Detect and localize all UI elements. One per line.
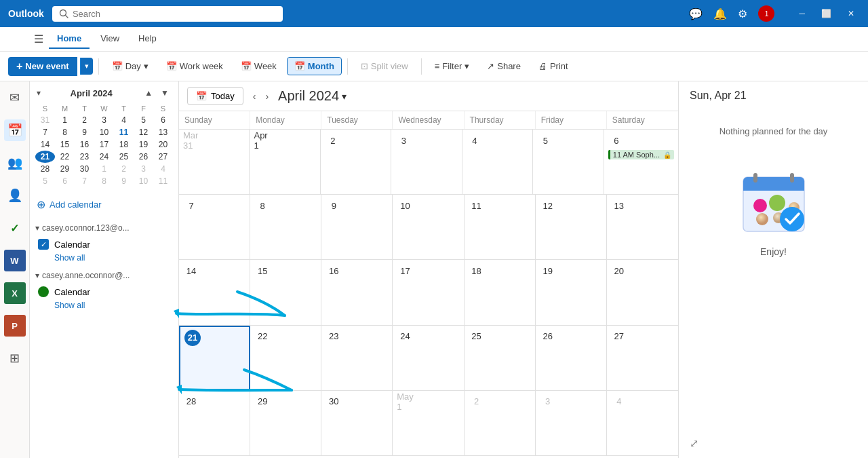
mini-cal-day[interactable]: 4 <box>114 114 134 126</box>
minimize-button[interactable]: ─ <box>793 6 810 21</box>
mini-cal-day[interactable]: 11 <box>153 175 173 187</box>
cal-cell-7[interactable]: 7 <box>179 195 250 259</box>
day-num-15[interactable]: 15 <box>254 263 271 279</box>
cal-cell-may3[interactable]: 3 <box>536 391 607 455</box>
day-num-10[interactable]: 10 <box>397 197 413 214</box>
rail-word[interactable]: W <box>4 250 26 271</box>
day-num-may2[interactable]: 2 <box>469 394 485 410</box>
search-input[interactable] <box>73 9 262 19</box>
rail-excel[interactable]: X <box>4 282 26 304</box>
cal-cell-10[interactable]: 10 <box>393 195 464 259</box>
cal-cell-22[interactable]: 22 <box>250 326 321 390</box>
prev-month-button[interactable]: ‹ <box>249 88 260 104</box>
filter-button[interactable]: ≡ Filter ▾ <box>427 57 477 75</box>
tab-view[interactable]: View <box>92 29 127 49</box>
cal-cell-29[interactable]: 29 <box>250 391 321 455</box>
mini-cal-day[interactable]: 9 <box>114 175 134 187</box>
next-month-button[interactable]: › <box>261 88 273 104</box>
mini-cal-day[interactable]: 10 <box>134 175 153 187</box>
mini-cal-day[interactable]: 17 <box>94 138 114 151</box>
day-num-8[interactable]: 8 <box>254 197 271 214</box>
rail-apps[interactable]: ⊞ <box>4 347 26 369</box>
day-num-17[interactable]: 17 <box>397 263 413 279</box>
account-1-calendar-item[interactable]: ✓ Calendar <box>35 237 173 252</box>
calendar-event-sat6[interactable]: 11 AM Soph... 🔒 <box>608 150 674 159</box>
mini-cal-day[interactable]: 12 <box>134 126 153 138</box>
cal-cell-15[interactable]: 15 <box>250 260 321 324</box>
tab-help[interactable]: Help <box>130 29 165 49</box>
mini-cal-day[interactable]: 23 <box>75 151 94 163</box>
view-month-button[interactable]: 📅 Month <box>287 57 342 75</box>
mini-cal-day[interactable]: 13 <box>153 126 173 138</box>
day-num-13[interactable]: 13 <box>611 197 627 214</box>
mini-cal-day[interactable]: 9 <box>75 126 94 138</box>
tab-home[interactable]: Home <box>49 29 90 49</box>
day-num-12[interactable]: 12 <box>540 197 556 214</box>
day-num-24[interactable]: 24 <box>397 328 413 345</box>
rail-calendar[interactable]: 📅 <box>4 119 26 141</box>
cal-cell-19[interactable]: 19 <box>536 260 607 324</box>
cal-cell-may2[interactable]: 2 <box>465 391 536 455</box>
view-workweek-button[interactable]: 📅 Work week <box>159 57 231 75</box>
mini-cal-day[interactable]: 8 <box>55 126 75 138</box>
day-num-14[interactable]: 14 <box>183 263 199 279</box>
mini-cal-day[interactable]: 4 <box>153 163 173 175</box>
search-bar[interactable] <box>52 6 283 22</box>
mini-cal-day[interactable]: 2 <box>75 114 94 126</box>
view-week-button[interactable]: 📅 Week <box>233 57 284 75</box>
day-num-29[interactable]: 29 <box>254 394 271 410</box>
expand-icon[interactable]: ⤢ <box>690 437 698 450</box>
mini-cal-day[interactable]: 14 <box>35 138 55 151</box>
day-num-23[interactable]: 23 <box>326 328 342 345</box>
add-calendar-button[interactable]: ⊕ Add calendar <box>35 195 173 214</box>
mini-cal-day[interactable]: 6 <box>153 114 173 126</box>
mini-cal-day[interactable]: 15 <box>55 138 75 151</box>
day-num-4[interactable]: 4 <box>467 132 483 149</box>
mini-cal-day[interactable]: 3 <box>134 163 153 175</box>
new-event-dropdown-button[interactable]: ▾ <box>80 58 93 75</box>
mini-cal-prev[interactable]: ▲ <box>142 87 155 99</box>
day-num-18[interactable]: 18 <box>469 263 485 279</box>
day-num-28[interactable]: 28 <box>183 394 199 410</box>
mini-cal-day[interactable]: 7 <box>75 175 94 187</box>
day-num-20[interactable]: 20 <box>611 263 627 279</box>
day-num-5[interactable]: 5 <box>537 132 553 149</box>
mini-cal-today[interactable]: 21 <box>35 151 55 163</box>
mini-cal-day[interactable]: 5 <box>35 175 55 187</box>
cal-cell-21-today[interactable]: 21 <box>179 326 250 390</box>
cal-cell-30[interactable]: 30 <box>321 391 393 455</box>
rail-contacts[interactable]: 👤 <box>4 185 26 206</box>
maximize-button[interactable]: ⬜ <box>816 6 837 21</box>
day-num-may3[interactable]: 3 <box>540 394 556 410</box>
cal-cell-20[interactable]: 20 <box>607 260 678 324</box>
rail-powerpoint[interactable]: P <box>4 315 26 337</box>
day-num-2[interactable]: 2 <box>325 132 341 149</box>
split-view-button[interactable]: ⊡ Split view <box>353 57 416 75</box>
print-button[interactable]: 🖨 Print <box>531 57 576 75</box>
mini-cal-day[interactable]: 1 <box>55 114 75 126</box>
cal-cell-16[interactable]: 16 <box>321 260 393 324</box>
cal-cell-13[interactable]: 13 <box>607 195 678 259</box>
mini-cal-day[interactable]: 26 <box>134 151 153 163</box>
mini-cal-day[interactable]: 6 <box>55 175 75 187</box>
mini-cal-next[interactable]: ▼ <box>158 87 172 99</box>
day-num-16[interactable]: 16 <box>326 263 342 279</box>
share-button[interactable]: ↗ Share <box>479 57 528 75</box>
mini-cal-day[interactable]: 8 <box>94 175 114 187</box>
feedback-icon[interactable]: 💬 <box>689 7 703 20</box>
day-num-may4[interactable]: 4 <box>611 394 627 410</box>
day-num-7[interactable]: 7 <box>183 197 199 214</box>
day-num-30[interactable]: 30 <box>326 394 342 410</box>
day-num-19[interactable]: 19 <box>540 263 556 279</box>
profile-icon[interactable]: 1 <box>758 5 774 22</box>
cal-cell-4[interactable]: 4 <box>462 130 533 194</box>
mini-cal-day[interactable]: 24 <box>94 151 114 163</box>
cal-cell-18[interactable]: 18 <box>465 260 536 324</box>
day-num-may1[interactable]: May 1 <box>397 394 413 410</box>
calendar-month-title[interactable]: April 2024 ▾ <box>278 88 347 104</box>
today-button[interactable]: 📅 Today <box>187 87 243 105</box>
mini-cal-day[interactable]: 27 <box>153 151 173 163</box>
rail-mail[interactable]: ✉ <box>4 87 26 109</box>
mini-cal-day[interactable]: 29 <box>55 163 75 175</box>
cal-cell-25[interactable]: 25 <box>465 326 536 390</box>
